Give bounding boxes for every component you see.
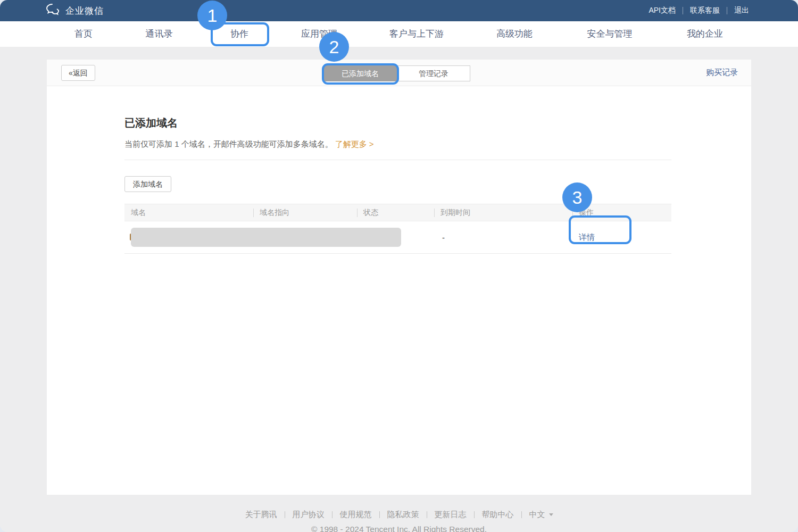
footer-divider [521,511,522,518]
nav-tab-security[interactable]: 安全与管理 [587,21,633,47]
footer-divider [285,511,285,518]
section-divider [124,160,671,160]
back-button[interactable]: «返回 [61,65,95,81]
main-content: 已添加域名 当前仅可添加 1 个域名，开邮件高级功能可添加多条域名。了解更多 >… [47,86,751,254]
nav-tab-collaboration[interactable]: 协作 [230,21,248,47]
wecom-admin-screen: 企业微信 API文档 联系客服 退出 首页 通讯录 协作 应用管理 客户与上下游… [0,0,798,532]
learn-more-link[interactable]: 了解更多 > [335,139,374,148]
footer-privacy-policy[interactable]: 隐私政策 [387,510,419,520]
add-domain-button[interactable]: 添加域名 [124,176,171,192]
api-docs-link[interactable]: API文档 [649,6,676,15]
tab-management-records[interactable]: 管理记录 [397,65,470,81]
topbar-divider [727,7,727,14]
brand-name: 企业微信 [65,5,104,17]
footer-divider [427,511,427,518]
annotation-badge-3: 3 [562,182,592,212]
nav-tab-contacts[interactable]: 通讯录 [146,21,173,47]
chevron-down-icon [549,513,553,516]
redacted-domain-block [131,228,401,247]
domains-table: 域名 域名指向 状态 到期时间 操作 - 详情 [124,204,671,254]
table-row: - 详情 [124,221,671,254]
footer-user-agreement[interactable]: 用户协议 [293,510,325,520]
language-label: 中文 [529,510,545,520]
page-description: 当前仅可添加 1 个域名，开邮件高级功能可添加多条域名。了解更多 > [124,139,671,149]
primary-nav: 首页 通讯录 协作 应用管理 客户与上下游 高级功能 安全与管理 我的企业 [0,21,798,47]
nav-tab-home[interactable]: 首页 [74,21,93,47]
description-text: 当前仅可添加 1 个域名，开邮件高级功能可添加多条域名。 [124,139,333,148]
nav-tab-customers[interactable]: 客户与上下游 [389,21,444,47]
contact-support-link[interactable]: 联系客服 [690,6,720,15]
logout-link[interactable]: 退出 [734,6,749,15]
footer-about-tencent[interactable]: 关于腾讯 [245,510,277,520]
footer-divider [332,511,332,518]
footer: 关于腾讯 用户协议 使用规范 隐私政策 更新日志 帮助中心 中文 © 1998 … [0,510,798,532]
header-status: 状态 [357,208,434,218]
topbar: 企业微信 API文档 联系客服 退出 [0,0,798,21]
content-card: «返回 已添加域名 管理记录 购买记录 已添加域名 当前仅可添加 1 个域名，开… [47,60,751,495]
cell-expiry: - [434,233,572,242]
footer-divider [379,511,380,518]
domain-tabs: 已添加域名 管理记录 [323,65,470,81]
purchase-records-link[interactable]: 购买记录 [706,68,738,78]
topbar-links: API文档 联系客服 退出 [649,6,749,15]
header-expiry: 到期时间 [434,208,572,218]
brand-logo[interactable]: 企业微信 [46,3,104,18]
footer-help-center[interactable]: 帮助中心 [482,510,514,520]
cell-action: 详情 [572,232,671,243]
subheader: «返回 已添加域名 管理记录 购买记录 [47,60,751,86]
nav-tab-my-company[interactable]: 我的企业 [687,21,723,47]
footer-changelog[interactable]: 更新日志 [435,510,467,520]
footer-links: 关于腾讯 用户协议 使用规范 隐私政策 更新日志 帮助中心 中文 [0,510,798,520]
footer-usage-rules[interactable]: 使用规范 [340,510,372,520]
wecom-chat-bubble-icon [46,3,61,18]
detail-link[interactable]: 详情 [579,232,595,242]
footer-divider [474,511,475,518]
table-header-row: 域名 域名指向 状态 到期时间 操作 [124,204,671,221]
language-selector[interactable]: 中文 [529,510,553,520]
header-action: 操作 [572,208,671,218]
annotation-badge-2: 2 [319,32,349,62]
topbar-divider [683,7,683,14]
header-domain-target: 域名指向 [253,208,357,218]
page-title: 已添加域名 [124,116,671,130]
header-domain: 域名 [124,208,253,218]
tab-added-domains[interactable]: 已添加域名 [323,65,397,81]
copyright-text: © 1998 - 2024 Tencent Inc. All Rights Re… [0,525,798,532]
nav-tab-advanced[interactable]: 高级功能 [496,21,533,47]
annotation-badge-1: 1 [197,1,227,30]
